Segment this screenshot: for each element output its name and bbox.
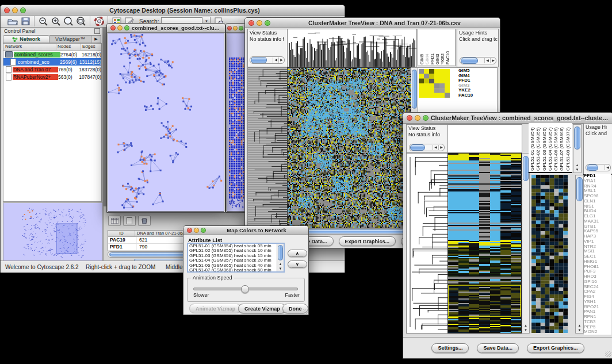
minimize-icon[interactable] <box>233 26 238 30</box>
network2-titlebar[interactable] <box>226 24 245 33</box>
help-icon[interactable] <box>93 16 105 26</box>
column-label[interactable]: GIM5 <box>419 31 424 64</box>
scroll-down-icon[interactable]: ▼ <box>522 328 529 332</box>
column-label[interactable]: GPL51-01 (GSM854) <box>530 125 536 171</box>
create-vizmap-button[interactable]: Create Vizmap <box>238 304 286 313</box>
column-label[interactable]: GPL51-08 (GSM872) <box>565 125 571 171</box>
treeview1-heatmap[interactable] <box>287 67 411 228</box>
zoom-fit-icon[interactable] <box>75 16 87 26</box>
treeview2-titlebar[interactable]: ClusterMaker TreeView : combined_scores_… <box>403 113 612 124</box>
treeview2-column-dendrogram-area[interactable] <box>447 124 522 153</box>
move-attribute-down-button[interactable]: ∨ <box>288 260 307 268</box>
scroll-up-icon[interactable]: ▲ <box>522 323 529 328</box>
cytoscape-titlebar[interactable]: Cytoscape Desktop (Session Name: collins… <box>1 5 345 16</box>
column-label[interactable]: PAC10 <box>445 31 450 64</box>
column-label[interactable]: YKE2 <box>440 31 445 64</box>
column-label[interactable]: GPL51-02 (GSM855) <box>536 125 541 171</box>
close-icon[interactable] <box>110 25 116 30</box>
tab-vizmapper[interactable]: VizMapper™ <box>49 35 91 43</box>
maximize-icon[interactable] <box>20 7 26 13</box>
column-label[interactable]: GPL51-03 (GSM856) <box>542 125 548 171</box>
view-status-scrollbar[interactable]: ◀ ▶ <box>250 56 285 64</box>
treeview-action-button[interactable]: Save Data... <box>477 343 519 353</box>
float-panel-icon[interactable] <box>94 28 100 34</box>
zoom-out-icon[interactable] <box>37 16 49 26</box>
scroll-right-icon[interactable]: ▶ <box>278 58 284 63</box>
treeview-action-button[interactable]: Settings... <box>431 343 469 353</box>
slider-thumb[interactable] <box>241 285 249 293</box>
scroll-up-icon[interactable]: ▲ <box>277 262 284 266</box>
attribute-list-item[interactable]: GPL51-07 (GSM868) heat shock 60 min <box>189 268 284 273</box>
treeview-action-button[interactable]: Export Graphics... <box>339 236 396 246</box>
minimize-icon[interactable] <box>12 7 18 13</box>
network-list-row[interactable]: combined_scores 2764(0) 16218(0) <box>3 51 101 58</box>
treeview1-titlebar[interactable]: ClusterMaker TreeView : DNA and Tran 07-… <box>245 18 500 28</box>
map-colors-titlebar[interactable]: Map Colors to Network <box>183 226 308 235</box>
scroll-down-icon[interactable]: ▼ <box>277 266 284 271</box>
attribute-list-scrollbar[interactable]: ▲ ▼ <box>277 244 284 271</box>
delete-attribute-icon[interactable] <box>138 216 151 226</box>
attr-col-id[interactable]: ID <box>108 231 135 236</box>
animate-vizmap-button[interactable]: Animate Vizmap <box>189 304 242 313</box>
column-header-edges[interactable]: Edges <box>81 44 101 50</box>
maximize-icon[interactable] <box>239 26 243 30</box>
column-label[interactable]: GIM3 <box>435 31 440 64</box>
scroll-right-icon[interactable]: ▶ <box>490 58 496 63</box>
close-icon[interactable] <box>187 228 192 233</box>
resize-grip[interactable] <box>605 351 611 357</box>
move-attribute-up-button[interactable]: ∧ <box>288 250 307 257</box>
resize-grip[interactable] <box>303 309 308 314</box>
minimize-icon[interactable] <box>117 25 123 30</box>
scroll-up-icon[interactable]: ▲ <box>573 163 581 167</box>
column-label[interactable]: PFD1 <box>430 31 435 64</box>
open-session-icon[interactable] <box>6 16 19 26</box>
treeview2-vscrollbar[interactable]: ▲ ▼ <box>522 153 530 334</box>
tab-overflow-button[interactable]: ▶ <box>91 35 101 43</box>
maximize-icon[interactable] <box>265 20 270 26</box>
treeview2-column-labels-scrollbar[interactable]: ▲ ▼ <box>573 124 582 173</box>
treeview1-row-dendrogram[interactable] <box>247 67 288 228</box>
column-label[interactable]: GPL51-07 (GSM868) <box>559 125 565 171</box>
gene-label[interactable]: MON2 <box>584 329 611 335</box>
close-icon[interactable] <box>4 7 10 13</box>
save-session-icon[interactable] <box>19 16 32 26</box>
animation-speed-slider[interactable] <box>193 288 298 290</box>
tab-network[interactable]: Network <box>3 35 49 43</box>
treeview2-row-dendrogram[interactable] <box>406 153 448 334</box>
treeview-action-button[interactable]: Export Graphics... <box>527 343 584 353</box>
column-label[interactable]: GIM4 <box>424 31 430 64</box>
close-icon[interactable] <box>407 115 412 121</box>
usage-hints-scrollbar[interactable]: ◀ ▶ <box>460 57 496 64</box>
maximize-icon[interactable] <box>201 228 206 233</box>
treeview1-selection-heatmap[interactable] <box>419 69 450 98</box>
column-label[interactable]: GPL51-06 (GSM865) <box>553 125 559 171</box>
row-label[interactable]: PAC10 <box>458 93 473 98</box>
zoom-in-icon[interactable] <box>49 16 62 26</box>
column-header-nodes[interactable]: Nodes <box>56 44 81 50</box>
minimize-icon[interactable] <box>415 115 420 121</box>
scroll-right-icon[interactable]: ▶ <box>438 145 444 150</box>
column-label[interactable]: GPL51-04 (GSM857) <box>548 125 553 171</box>
close-icon[interactable] <box>248 20 254 26</box>
scroll-up-icon[interactable]: ▲ <box>576 323 583 328</box>
treeview1-column-dendrogram[interactable] <box>287 29 417 67</box>
network-list-row[interactable]: combined_sco 2569(6) 13112(15) <box>3 58 101 66</box>
network-list-row[interactable]: RNAPuberNov2+ 563(0) 107847(0) <box>3 73 101 81</box>
new-attribute-icon[interactable] <box>123 216 136 226</box>
network-canvas[interactable] <box>108 33 224 212</box>
treeview2-gene-scrollbar[interactable]: ▲ ▼ <box>575 175 584 334</box>
attribute-table-icon[interactable] <box>108 216 121 226</box>
column-header-network[interactable]: Network <box>3 44 56 50</box>
close-icon[interactable] <box>227 26 232 30</box>
maximize-icon[interactable] <box>124 25 129 30</box>
usage-hints-scrollbar[interactable]: ◀ <box>586 164 611 171</box>
scroll-left-icon[interactable]: ◀ <box>273 58 278 63</box>
view-status-scrollbar[interactable]: ◀ ▶ <box>409 144 445 151</box>
minimize-icon[interactable] <box>257 20 262 26</box>
zoom-selected-icon[interactable] <box>62 16 75 26</box>
scroll-left-icon[interactable]: ◀ <box>433 145 438 150</box>
scroll-down-icon[interactable]: ▼ <box>573 167 581 172</box>
treeview2-heatmap[interactable] <box>447 153 522 334</box>
scroll-down-icon[interactable]: ▼ <box>576 328 583 332</box>
network-overview-canvas[interactable] <box>3 202 103 261</box>
